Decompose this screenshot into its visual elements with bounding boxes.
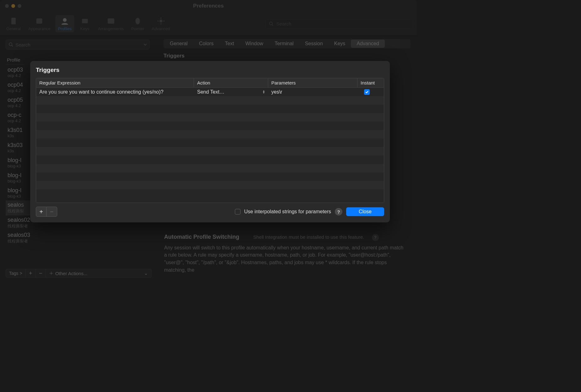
search-icon [269, 21, 274, 26]
cell-regex[interactable]: Are you sure you want to continue connec… [36, 89, 194, 95]
svg-point-2 [63, 18, 67, 22]
svg-point-15 [51, 273, 52, 274]
col-regex[interactable]: Regular Expression [36, 78, 194, 87]
table-row[interactable] [36, 130, 384, 139]
profile-list-header: Profile [6, 55, 25, 65]
appearance-icon [34, 16, 45, 26]
profiles-icon [59, 16, 70, 26]
arrangements-icon [105, 16, 117, 26]
triggers-modal: Triggers Regular Expression Action Param… [30, 61, 390, 222]
col-action[interactable]: Action [194, 78, 268, 87]
sidebar-search[interactable] [6, 40, 150, 50]
toolbar-appearance[interactable]: Appearance [26, 15, 53, 32]
help-icon[interactable]: ? [372, 234, 379, 241]
other-actions-dropdown[interactable]: Other Actions... ⌄ [46, 269, 152, 278]
svg-point-5 [136, 18, 140, 24]
window-title: Preferences [193, 3, 224, 9]
toolbar-advanced[interactable]: Advanced [149, 15, 173, 32]
cell-params[interactable]: yes\r [268, 89, 357, 95]
toolbar-profiles[interactable]: Profiles [55, 15, 74, 32]
add-profile-button[interactable]: + [26, 269, 36, 278]
table-row[interactable] [36, 155, 384, 164]
svg-point-6 [159, 19, 162, 22]
table-row[interactable] [36, 181, 384, 189]
automatic-profile-switching-section: Automatic Profile Switching Shell Integr… [164, 234, 407, 274]
subtab-advanced[interactable]: Advanced [351, 40, 385, 48]
interpolated-label: Use interpolated strings for parameters [244, 209, 331, 215]
gear-icon [49, 271, 53, 275]
chevron-down-icon: ⌄ [144, 270, 148, 276]
table-row[interactable] [36, 172, 384, 181]
table-row[interactable] [36, 113, 384, 122]
aps-body: Any session will switch to this profile … [164, 244, 407, 274]
window-close-button[interactable] [5, 4, 9, 8]
subtab-keys[interactable]: Keys [329, 40, 351, 48]
table-row[interactable] [36, 105, 384, 113]
pointer-icon [132, 16, 143, 26]
subtab-window[interactable]: Window [240, 40, 269, 48]
svg-rect-1 [36, 19, 42, 24]
toolbar-keys[interactable]: Keys [77, 15, 93, 32]
table-row[interactable] [36, 122, 384, 130]
toolbar-search[interactable] [265, 19, 413, 29]
toolbar-search-input[interactable] [276, 21, 410, 26]
profile-sub: 线程撕裂者 [8, 223, 150, 229]
remove-profile-button[interactable]: − [36, 269, 46, 278]
titlebar: Preferences [0, 0, 417, 12]
aps-title: Automatic Profile Switching [164, 234, 239, 240]
window-minimize-button[interactable] [11, 4, 15, 8]
col-params[interactable]: Parameters [268, 78, 357, 87]
cell-instant[interactable] [357, 89, 376, 95]
subtab-session[interactable]: Session [299, 40, 329, 48]
chevron-down-icon[interactable] [144, 43, 147, 46]
remove-trigger-button[interactable]: − [47, 207, 57, 217]
toolbar-pointer[interactable]: Pointer [129, 15, 147, 32]
svg-line-12 [272, 24, 273, 26]
toolbar-general[interactable]: General [4, 15, 23, 32]
svg-line-14 [12, 45, 13, 46]
subtabs: GeneralColorsTextWindowTerminalSessionKe… [163, 39, 411, 48]
add-trigger-button[interactable]: + [36, 207, 47, 217]
svg-rect-0 [11, 18, 16, 24]
profile-name: sealos03 [8, 232, 150, 238]
subtab-colors[interactable]: Colors [193, 40, 219, 48]
advanced-icon [155, 16, 167, 26]
subtab-general[interactable]: General [164, 40, 193, 48]
dropdown-icon: ▲▼ [263, 90, 265, 94]
window-zoom-button[interactable] [18, 4, 21, 8]
cell-action[interactable]: Send Text…▲▼ [194, 89, 268, 95]
profile-item[interactable]: sealos03线程撕裂者 [6, 231, 152, 246]
keys-icon [79, 16, 91, 26]
toolbar: General Appearance Profiles Keys Arrange… [0, 12, 417, 36]
help-button[interactable]: ? [335, 208, 342, 215]
svg-rect-4 [108, 19, 114, 24]
table-row[interactable] [36, 139, 384, 147]
triggers-table: Regular Expression Action Parameters Ins… [36, 78, 384, 203]
table-header: Regular Expression Action Parameters Ins… [36, 78, 384, 88]
svg-rect-3 [82, 19, 88, 23]
subtab-terminal[interactable]: Terminal [269, 40, 299, 48]
tags-button[interactable]: Tags > [6, 269, 26, 278]
table-row[interactable] [36, 96, 384, 105]
sidebar-search-input[interactable] [15, 42, 142, 47]
section-triggers-title: Triggers [163, 53, 411, 59]
profile-sub: 线程撕裂者 [8, 238, 150, 244]
col-instant[interactable]: Instant [357, 78, 378, 87]
svg-point-13 [9, 43, 12, 46]
general-icon [8, 16, 19, 26]
table-body[interactable]: Are you sure you want to continue connec… [36, 88, 384, 203]
search-icon [8, 42, 14, 47]
toolbar-arrangements[interactable]: Arrangements [96, 15, 126, 32]
modal-title: Triggers [36, 67, 384, 74]
table-row[interactable]: Are you sure you want to continue connec… [36, 88, 384, 96]
checkbox-checked-icon[interactable] [364, 89, 370, 95]
interpolated-checkbox[interactable] [235, 209, 241, 215]
table-row[interactable] [36, 147, 384, 155]
close-button[interactable]: Close [346, 207, 384, 216]
svg-point-11 [269, 22, 272, 25]
aps-note: Shell Integration must be installed to u… [253, 234, 364, 240]
subtab-text[interactable]: Text [219, 40, 240, 48]
table-row[interactable] [36, 164, 384, 172]
